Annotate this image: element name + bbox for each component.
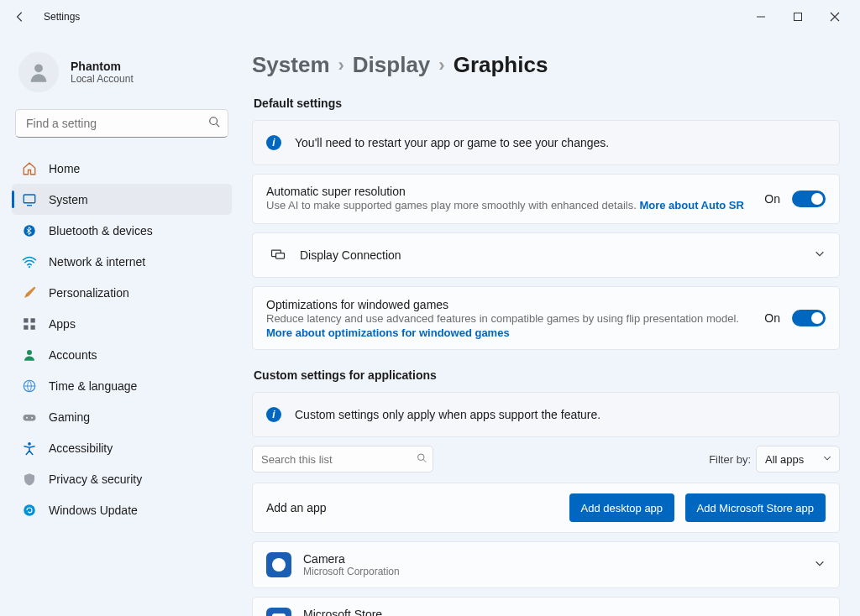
owg-toggle[interactable] <box>792 310 826 326</box>
svg-rect-9 <box>24 318 28 322</box>
sidebar-item-time[interactable]: Time & language <box>12 370 232 401</box>
optimizations-windowed-card[interactable]: Optimizations for windowed games Reduce … <box>252 286 840 350</box>
sidebar-nav: Home System Bluetooth & devices Network … <box>12 153 232 525</box>
sidebar-item-label: Accounts <box>49 348 97 362</box>
app-row-store[interactable]: Microsoft Store Microsoft Corporation <box>252 597 840 616</box>
add-app-card: Add an app Add desktop app Add Microsoft… <box>252 483 840 533</box>
crumb-display[interactable]: Display <box>353 52 431 78</box>
app-name: Microsoft Store <box>303 608 814 616</box>
sidebar-item-gaming[interactable]: Gaming <box>12 401 232 432</box>
svg-line-23 <box>423 460 426 462</box>
titlebar: Settings <box>0 0 860 34</box>
chevron-right-icon: › <box>338 55 344 76</box>
chevron-right-icon: › <box>438 55 444 76</box>
bluetooth-icon <box>22 223 37 238</box>
sidebar-item-label: Apps <box>49 317 76 331</box>
sidebar: Phantom Local Account Home System Blueto… <box>0 34 242 616</box>
add-desktop-app-button[interactable]: Add desktop app <box>569 493 675 522</box>
svg-point-17 <box>31 416 33 418</box>
sidebar-item-personalization[interactable]: Personalization <box>12 277 232 308</box>
close-button[interactable] <box>816 3 853 30</box>
info-icon: i <box>266 135 281 150</box>
asr-title: Automatic super resolution <box>266 185 764 198</box>
filter-dropdown[interactable]: All apps <box>756 446 840 472</box>
sidebar-item-label: Privacy & security <box>49 472 142 486</box>
asr-desc: Use AI to make supported games play more… <box>266 199 639 211</box>
search-icon <box>208 116 220 131</box>
sidebar-item-update[interactable]: Windows Update <box>12 494 232 525</box>
svg-point-3 <box>210 117 218 125</box>
sidebar-item-label: Bluetooth & devices <box>49 224 153 238</box>
asr-state: On <box>764 192 780 206</box>
auto-super-resolution-card[interactable]: Automatic super resolution Use AI to mak… <box>252 174 840 224</box>
minimize-button[interactable] <box>742 3 779 30</box>
sidebar-item-apps[interactable]: Apps <box>12 308 232 339</box>
filter-label: Filter by: <box>709 453 751 466</box>
owg-link[interactable]: More about optimizations for windowed ga… <box>266 326 764 339</box>
list-search-input[interactable] <box>252 446 433 472</box>
search-icon <box>417 453 427 466</box>
svg-point-8 <box>29 265 30 267</box>
gaming-icon <box>22 410 37 425</box>
main-content[interactable]: System › Display › Graphics Default sett… <box>242 34 860 616</box>
sidebar-item-accessibility[interactable]: Accessibility <box>12 432 232 463</box>
crumb-system[interactable]: System <box>252 52 330 78</box>
search-box <box>15 109 228 138</box>
owg-desc: Reduce latency and use advanced features… <box>266 311 764 326</box>
camera-app-icon <box>266 552 291 577</box>
app-row-camera[interactable]: Camera Microsoft Corporation <box>252 541 840 588</box>
list-search <box>252 446 433 472</box>
svg-point-16 <box>26 416 28 418</box>
sidebar-item-accounts[interactable]: Accounts <box>12 339 232 370</box>
svg-point-18 <box>28 441 31 445</box>
sidebar-item-label: Accessibility <box>49 441 113 455</box>
sidebar-item-label: System <box>49 193 88 206</box>
store-app-icon <box>266 608 291 616</box>
svg-rect-12 <box>31 325 35 329</box>
sidebar-item-privacy[interactable]: Privacy & security <box>12 463 232 494</box>
sidebar-item-label: Network & internet <box>49 255 145 269</box>
info-text: You'll need to restart your app or game … <box>295 136 826 149</box>
sidebar-item-bluetooth[interactable]: Bluetooth & devices <box>12 215 232 246</box>
chevron-down-icon <box>814 248 826 263</box>
custom-settings-label: Custom settings for applications <box>254 368 840 382</box>
avatar <box>18 52 59 92</box>
home-icon <box>22 161 37 176</box>
asr-link[interactable]: More about Auto SR <box>639 199 743 211</box>
app-publisher: Microsoft Corporation <box>303 566 814 577</box>
svg-point-13 <box>27 350 32 355</box>
chevron-down-icon <box>822 453 832 466</box>
search-input[interactable] <box>15 109 228 138</box>
info-custom-text: Custom settings only apply when apps sup… <box>295 408 826 421</box>
display-connection-title: Display Connection <box>300 248 814 262</box>
sidebar-item-home[interactable]: Home <box>12 153 232 184</box>
svg-rect-1 <box>794 13 802 21</box>
info-custom: i Custom settings only apply when apps s… <box>252 392 840 437</box>
monitor-icon <box>266 247 290 264</box>
crumb-graphics: Graphics <box>454 52 548 78</box>
sidebar-item-system[interactable]: System <box>12 184 232 215</box>
filter-row: Filter by: All apps <box>252 446 840 472</box>
back-button[interactable] <box>7 3 34 30</box>
svg-rect-15 <box>24 415 36 421</box>
user-name: Phantom <box>71 60 134 73</box>
svg-rect-11 <box>24 325 28 329</box>
chevron-down-icon <box>814 613 826 616</box>
owg-state: On <box>764 311 780 325</box>
sidebar-item-network[interactable]: Network & internet <box>12 246 232 277</box>
sidebar-item-label: Gaming <box>49 410 90 424</box>
svg-point-19 <box>24 504 35 516</box>
brush-icon <box>22 285 37 300</box>
add-store-app-button[interactable]: Add Microsoft Store app <box>685 493 826 522</box>
accessibility-icon <box>22 441 37 456</box>
info-restart: i You'll need to restart your app or gam… <box>252 120 840 165</box>
sidebar-item-label: Personalization <box>49 286 129 300</box>
maximize-button[interactable] <box>779 3 816 30</box>
display-connection-card[interactable]: Display Connection <box>252 232 840 278</box>
asr-toggle[interactable] <box>792 191 826 207</box>
info-icon: i <box>266 407 281 422</box>
add-app-label: Add an app <box>266 501 327 514</box>
filter-value: All apps <box>765 453 804 466</box>
svg-line-4 <box>217 124 220 128</box>
profile[interactable]: Phantom Local Account <box>12 47 232 106</box>
